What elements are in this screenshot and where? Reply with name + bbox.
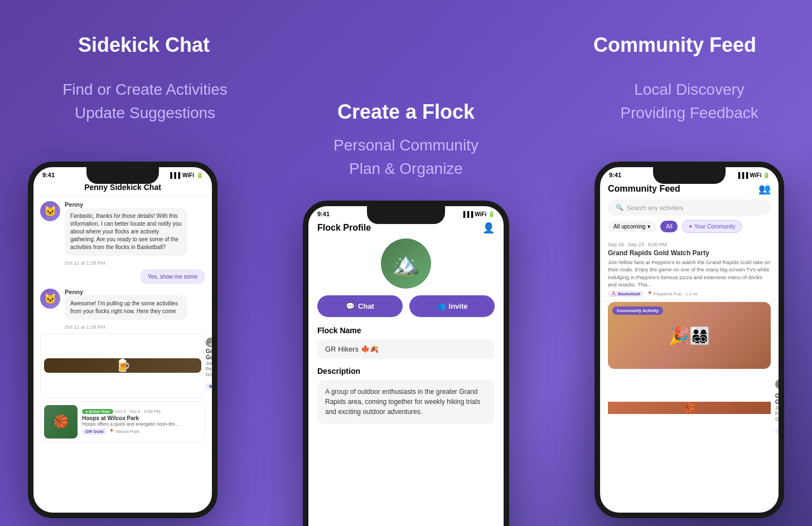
chevron-down-icon: ▾ bbox=[647, 223, 650, 230]
left-section-title: Sidekick Chat bbox=[78, 33, 210, 57]
time-right: 9:41 bbox=[609, 172, 621, 178]
description-label: Description bbox=[317, 367, 495, 376]
event-tag-basketball: ⛹️ Basketball bbox=[608, 291, 644, 297]
chat-bubble: Fantastic, thanks for those details! Wit… bbox=[65, 208, 187, 256]
activity-desc-2: Hoops offers a quick and energetic noon-… bbox=[82, 421, 201, 427]
event-card-3[interactable]: 🏀 ⛳ Rumors June 19 · Sep 23 · 8:00 PM Gr… bbox=[600, 373, 779, 442]
middle-section-subtitle: Personal Community Plan & Organize bbox=[294, 134, 518, 181]
sender-name-2: Penny bbox=[65, 289, 187, 295]
flock-btn-row: 💬 Chat 👥 Invite bbox=[308, 295, 504, 317]
filter-community[interactable]: ✦ Your Community bbox=[682, 220, 741, 233]
activity-info-1: ⛳ Rumors Nov 8 · Nov 8 · 8:00 PM Grand R… bbox=[206, 337, 212, 394]
community-activity-badge: Community Activity bbox=[612, 306, 663, 315]
person-icon: 👤 bbox=[482, 222, 495, 234]
event-card-1[interactable]: Sep 18 · Sep 23 · 8:00 PM Grand Rapids G… bbox=[600, 237, 779, 302]
community-feed-header: Community Feed 👥 bbox=[600, 181, 779, 199]
chat-icon: 💬 bbox=[346, 302, 355, 310]
activity-date-2: Oct 2 · Oct 2 · 5:00 PM bbox=[115, 409, 161, 414]
activity-card-1[interactable]: 🍺 ⛳ Rumors Nov 8 · Nov 8 · 8:00 PM Grand… bbox=[40, 333, 205, 398]
right-section-title: Community Feed bbox=[593, 33, 756, 57]
activity-meta-1: Basketball 📍 Peppinos Pub bbox=[206, 379, 212, 394]
event-date-1: Sep 18 · Sep 23 · 8:00 PM bbox=[608, 242, 771, 247]
flock-name-value: GR Hikers 🍁🍂 bbox=[317, 339, 495, 359]
flock-title: Flock Profile bbox=[317, 223, 371, 233]
activity-desc-1: Join fellow fans at Peppino's to watch t… bbox=[206, 361, 212, 377]
invite-button[interactable]: 👥 Invite bbox=[409, 295, 495, 317]
invite-icon: 👥 bbox=[437, 302, 446, 310]
search-icon: 🔍 bbox=[616, 204, 624, 211]
activity-title-2: Hoops at Wilcox Park bbox=[82, 415, 201, 421]
event-image: 🎉👨‍👩‍👧‍👦 Community Activity bbox=[608, 302, 771, 369]
event-desc-1: Join fellow fans at Peppino's to watch t… bbox=[608, 259, 771, 288]
location-2: 📍 Wilcox Park bbox=[109, 429, 139, 434]
rumors-badge-1: ⛳ Rumors bbox=[206, 338, 212, 347]
avatar-penny-2: 🐱 bbox=[40, 289, 60, 309]
active-badge-2: ● Active Now bbox=[82, 409, 113, 414]
chat-time: Oct 11 at 1:38 PM bbox=[65, 260, 205, 266]
description-value: A group of outdoor enthusiasts in the gr… bbox=[317, 380, 495, 423]
activity-card-2[interactable]: 🏀 ● Active Now Oct 2 · Oct 2 · 5:00 PM H… bbox=[40, 401, 205, 442]
time-middle: 9:41 bbox=[317, 211, 330, 217]
activity-title-1: Grand Rapids Gold Watch Pa... bbox=[206, 348, 212, 361]
people-icon: 👥 bbox=[758, 183, 771, 195]
right-section-subtitle: Local Discovery Providing Feedback bbox=[589, 78, 790, 125]
description-section: Description A group of outdoor enthusias… bbox=[308, 367, 504, 423]
status-bar-right: 9:41 ▐▐▐ WiFi 🔋 bbox=[600, 167, 779, 181]
status-icons-right: ▐▐▐ WiFi 🔋 bbox=[736, 172, 770, 178]
avatar-penny: 🐱 bbox=[40, 201, 60, 221]
event-title-1: Grand Rapids Gold Watch Party bbox=[608, 249, 771, 257]
middle-phone: 9:41 ▐▐▐ WiFi 🔋 Flock Profile 👤 🏔️ 💬 Cha… bbox=[303, 201, 509, 526]
chat-time-2: Oct 11 at 1:38 PM bbox=[65, 324, 205, 330]
middle-section-title: Create a Flock bbox=[337, 100, 475, 124]
tag-basketball-1: Basketball bbox=[206, 383, 212, 389]
filter-row: All upcoming ▾ All ✦ Your Community bbox=[600, 220, 779, 237]
activity-meta-2: GR Gold 📍 Wilcox Park bbox=[82, 428, 201, 435]
chat-message-row-2: 🐱 Penny Awesome! I'm pulling up the some… bbox=[40, 289, 205, 320]
chat-reply-row: Yes, show me some bbox=[40, 269, 205, 284]
status-bar-left: 9:41 ▐▐▐WiFi🔋 bbox=[33, 167, 212, 181]
status-icons-left: ▐▐▐WiFi🔋 bbox=[168, 172, 203, 178]
status-icons-middle: ▐▐▐ WiFi 🔋 bbox=[461, 211, 495, 217]
chat-bubble-2: Awesome! I'm pulling up the some activit… bbox=[65, 295, 187, 320]
activity-info-2: ● Active Now Oct 2 · Oct 2 · 5:00 PM Hoo… bbox=[82, 409, 201, 435]
activity-thumb-2: 🏀 bbox=[44, 405, 78, 439]
chat-bubble-right: Yes, show me some bbox=[140, 269, 205, 284]
activity-thumb-1: 🍺 bbox=[44, 358, 201, 373]
flock-name-label: Flock Name bbox=[317, 326, 495, 335]
chat-button[interactable]: 💬 Chat bbox=[317, 295, 403, 317]
small-event-title-3: Grand Rapids Gold Watch Pa... bbox=[775, 393, 784, 405]
chat-header: Penny Sidekick Chat bbox=[33, 181, 212, 197]
small-tag-basketball-3: Basketball bbox=[775, 428, 784, 434]
small-thumb-3: 🏀 bbox=[608, 402, 771, 414]
flock-avatar: 🏔️ bbox=[381, 238, 431, 289]
event-meta-1: ⛹️ Basketball 📍 Peppinos Pub · 1.2 mi bbox=[608, 291, 771, 297]
chat-content: 🐱 Penny Fantastic, thanks for those deta… bbox=[33, 197, 212, 447]
status-bar-middle: 9:41 ▐▐▐ WiFi 🔋 bbox=[308, 206, 504, 220]
sender-name: Penny bbox=[65, 201, 187, 208]
right-phone: 9:41 ▐▐▐ WiFi 🔋 Community Feed 👥 🔍 Searc… bbox=[594, 162, 784, 518]
search-bar[interactable]: 🔍 Search any activities bbox=[608, 199, 771, 216]
left-section-subtitle: Find or Create Activities Update Suggest… bbox=[45, 78, 245, 125]
small-event-meta-3: Basketball 📍 Peppinos Pub bbox=[775, 423, 784, 439]
rumors-badge-3: ⛳ Rumors bbox=[775, 379, 784, 389]
small-event-desc-3: Join fellow fans at Peppino's to watch t… bbox=[775, 405, 784, 422]
filter-all[interactable]: All bbox=[660, 221, 678, 232]
small-event-info-3: ⛳ Rumors June 19 · Sep 23 · 8:00 PM Gran… bbox=[775, 377, 784, 439]
flock-name-section: Flock Name GR Hikers 🍁🍂 bbox=[308, 326, 504, 359]
flock-header: Flock Profile 👤 bbox=[308, 220, 504, 238]
time-left: 9:41 bbox=[42, 172, 55, 178]
community-feed-title: Community Feed bbox=[608, 184, 680, 194]
left-phone: 9:41 ▐▐▐WiFi🔋 Penny Sidekick Chat 🐱 Penn… bbox=[28, 162, 218, 518]
search-placeholder: Search any activities bbox=[627, 204, 683, 211]
event-location-1: 📍 Peppinos Pub · 1.2 mi bbox=[647, 291, 698, 296]
filter-upcoming[interactable]: All upcoming ▾ bbox=[608, 221, 656, 232]
chat-message-row: 🐱 Penny Fantastic, thanks for those deta… bbox=[40, 201, 205, 256]
flock-avatar-container: 🏔️ bbox=[308, 238, 504, 289]
tag-gold-2: GR Gold bbox=[82, 428, 107, 435]
